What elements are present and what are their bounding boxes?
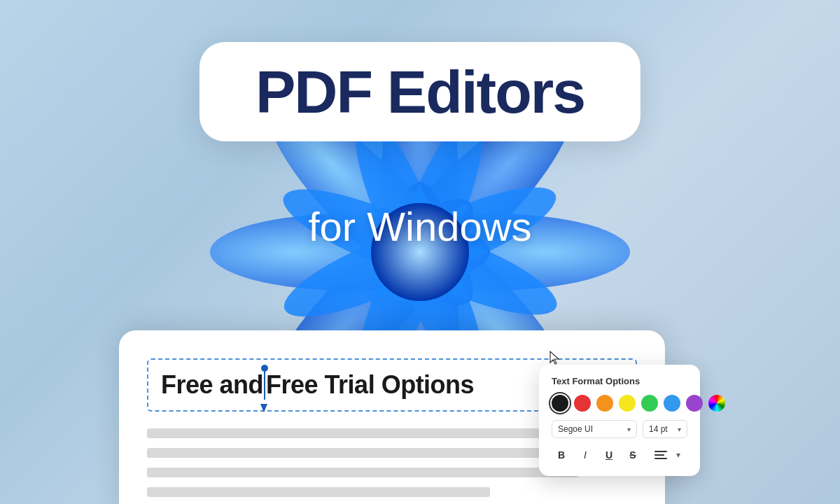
color-red[interactable]	[574, 395, 591, 412]
document-panel: Free and Free Trial Options Text Format …	[119, 330, 665, 504]
align-chevron: ▾	[676, 450, 680, 460]
font-size-chevron: ▾	[678, 426, 681, 433]
text-line-2	[147, 448, 564, 458]
font-size-value: 14 pt	[649, 424, 668, 434]
popup-title: Text Format Options	[552, 376, 687, 386]
color-orange[interactable]	[596, 395, 613, 412]
text-line-3	[147, 468, 578, 477]
color-black[interactable]	[552, 395, 568, 412]
font-row: Segoe UI ▾ 14 pt ▾	[552, 420, 687, 438]
text-line-1	[147, 428, 588, 438]
cursor-arrow	[260, 404, 267, 412]
color-yellow[interactable]	[619, 395, 636, 412]
align-line-1	[654, 451, 667, 452]
color-rainbow[interactable]	[708, 395, 725, 412]
strikethrough-button[interactable]: S	[623, 445, 643, 465]
text-cursor	[264, 369, 265, 400]
font-family-select[interactable]: Segoe UI ▾	[552, 420, 637, 438]
font-family-value: Segoe UI	[558, 424, 593, 434]
title-card: PDF Editors	[200, 42, 640, 141]
italic-button[interactable]: I	[575, 445, 595, 465]
font-size-select[interactable]: 14 pt ▾	[643, 420, 687, 438]
subtitle-text: for Windows	[308, 203, 531, 250]
underline-button[interactable]: U	[599, 445, 619, 465]
color-blue[interactable]	[664, 395, 680, 412]
color-row	[552, 395, 687, 412]
color-purple[interactable]	[686, 395, 703, 412]
align-button[interactable]	[651, 445, 671, 465]
cursor-dot	[261, 365, 268, 372]
align-line-3	[654, 458, 667, 459]
align-line-2	[654, 454, 664, 456]
mouse-cursor-icon	[549, 350, 561, 365]
edit-text-after: Free Trial Options	[266, 370, 474, 400]
edit-text-before: Free and	[161, 370, 263, 400]
format-popup: Text Format Options Segoe UI ▾ 14 pt ▾	[539, 365, 700, 476]
main-title: PDF Editors	[255, 58, 584, 125]
text-line-4	[147, 487, 490, 497]
font-family-chevron: ▾	[627, 426, 631, 433]
color-green[interactable]	[641, 395, 658, 412]
format-row: B I U S ▾	[552, 445, 687, 465]
bold-button[interactable]: B	[552, 445, 571, 465]
